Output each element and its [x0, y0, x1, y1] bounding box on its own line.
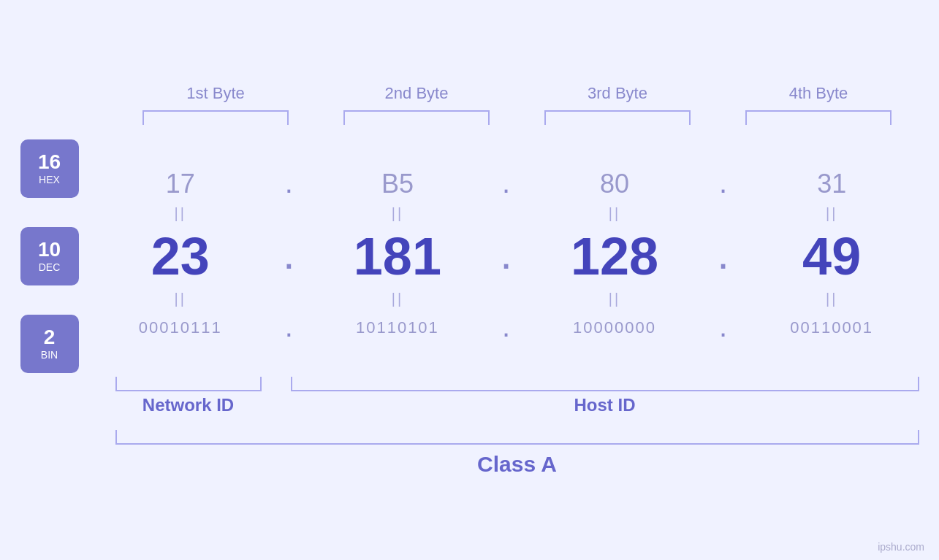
- byte-header-4: 4th Byte: [745, 84, 892, 103]
- hex-row: 17 . B5 . 80 . 31: [94, 168, 919, 201]
- bin-val-4: 00110001: [751, 318, 912, 337]
- class-label: Class A: [115, 452, 919, 477]
- hex-val-1: 17: [100, 169, 261, 199]
- dot-dec-2: .: [491, 232, 520, 280]
- hex-val-3: 80: [534, 169, 695, 199]
- bracket-top-3: [544, 110, 691, 125]
- hex-val-2: B5: [317, 169, 478, 199]
- byte-headers: 1st Byte 2nd Byte 3rd Byte 4th Byte: [115, 84, 919, 103]
- dot-bin-1: .: [274, 312, 303, 345]
- equals-1-4: ||: [751, 205, 912, 222]
- bin-badge: 2 BIN: [20, 315, 79, 373]
- equals-2-2: ||: [317, 291, 478, 307]
- dec-val-1: 23: [100, 226, 261, 286]
- content-area: 16 HEX 10 DEC 2 BIN 17 . B5 . 80 . 31: [20, 139, 919, 373]
- bottom-labels-row: Network ID Host ID: [115, 395, 919, 415]
- hex-badge-label: HEX: [39, 174, 60, 185]
- values-grid: 17 . B5 . 80 . 31 || || || || 23: [94, 168, 919, 345]
- bin-row: 00010111 . 10110101 . 10000000 . 0011000…: [94, 312, 919, 345]
- hex-val-4: 31: [751, 169, 912, 199]
- top-brackets: [115, 110, 919, 125]
- host-id-label: Host ID: [291, 395, 919, 415]
- dec-badge: 10 DEC: [20, 227, 79, 285]
- bin-val-1: 00010111: [100, 318, 261, 337]
- dot-hex-1: .: [274, 168, 303, 201]
- equals-1-1: ||: [100, 205, 261, 222]
- dec-row: 23 . 181 . 128 . 49: [94, 226, 919, 286]
- bin-badge-number: 2: [44, 326, 56, 349]
- dot-hex-2: .: [491, 168, 520, 201]
- bin-badge-label: BIN: [41, 349, 58, 361]
- dec-badge-label: DEC: [39, 261, 61, 273]
- equals-row-1: || || || ||: [94, 201, 919, 226]
- dec-val-3: 128: [534, 226, 695, 286]
- dot-dec-1: .: [274, 232, 303, 280]
- equals-2-3: ||: [534, 291, 695, 307]
- byte-header-3: 3rd Byte: [544, 84, 691, 103]
- bracket-top-4: [745, 110, 892, 125]
- class-bracket: [115, 430, 919, 445]
- dec-val-4: 49: [751, 226, 912, 286]
- label-badges: 16 HEX 10 DEC 2 BIN: [20, 139, 79, 373]
- bracket-bottom-host: [291, 377, 919, 391]
- equals-2-1: ||: [100, 291, 261, 307]
- bin-val-2: 10110101: [317, 318, 478, 337]
- bracket-gap: [262, 377, 291, 391]
- dec-badge-number: 10: [38, 239, 61, 261]
- equals-1-2: ||: [317, 205, 478, 222]
- watermark: ipshu.com: [878, 541, 924, 553]
- hex-badge-number: 16: [38, 151, 61, 174]
- main-container: 1st Byte 2nd Byte 3rd Byte 4th Byte 16 H…: [0, 0, 939, 560]
- class-row: Class A: [115, 430, 919, 477]
- equals-1-3: ||: [534, 205, 695, 222]
- equals-2-4: ||: [751, 291, 912, 307]
- bottom-brackets-row: [115, 377, 919, 391]
- hex-badge: 16 HEX: [20, 139, 79, 198]
- dot-hex-3: .: [709, 168, 738, 201]
- bracket-top-1: [142, 110, 289, 125]
- equals-row-2: || || || ||: [94, 286, 919, 312]
- byte-header-1: 1st Byte: [142, 84, 289, 103]
- dot-bin-3: .: [709, 312, 738, 345]
- bottom-section: Network ID Host ID: [115, 377, 919, 415]
- network-id-label: Network ID: [115, 395, 262, 415]
- byte-header-2: 2nd Byte: [343, 84, 490, 103]
- dec-val-2: 181: [317, 226, 478, 286]
- dot-bin-2: .: [491, 312, 520, 345]
- dot-dec-3: .: [709, 232, 738, 280]
- bracket-bottom-network: [115, 377, 262, 391]
- bin-val-3: 10000000: [534, 318, 695, 337]
- bracket-top-2: [343, 110, 490, 125]
